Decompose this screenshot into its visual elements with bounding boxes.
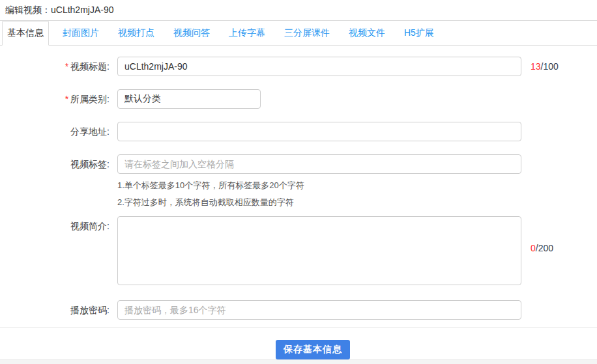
password-row: 播放密码: [0, 300, 597, 320]
password-label: 播放密码: [0, 300, 117, 320]
button-bar: 保存基本信息 [0, 328, 597, 359]
tags-row: 视频标签: [0, 154, 597, 174]
tags-hint-1: 1.单个标签最多10个字符，所有标签最多20个字符 [117, 180, 597, 190]
share-url-label: 分享地址: [0, 122, 117, 141]
tab-video-file[interactable]: 视频文件 [343, 21, 390, 45]
category-input[interactable] [117, 89, 261, 109]
video-title-input[interactable] [117, 57, 521, 76]
tags-hints: 1.单个标签最多10个字符，所有标签最多20个字符 2.字符过多时，系统将自动截… [117, 180, 597, 207]
tab-h5-extension[interactable]: H5扩展 [399, 21, 439, 45]
share-url-row: 分享地址: [0, 122, 597, 141]
tab-video-qa[interactable]: 视频问答 [168, 21, 215, 45]
tab-three-split-courseware[interactable]: 三分屏课件 [279, 21, 335, 45]
share-url-input[interactable] [117, 122, 521, 141]
bottom-band [0, 359, 597, 364]
page-title: 编辑视频：uCLth2mjJA-90 [0, 0, 597, 21]
tags-label: 视频标签: [0, 154, 117, 174]
tab-upload-subtitle[interactable]: 上传字幕 [224, 21, 270, 45]
description-row: 视频简介: 0/200 [0, 216, 597, 285]
description-char-counter: 0/200 [531, 244, 553, 253]
description-label: 视频简介: [0, 216, 117, 236]
tab-basic-info[interactable]: 基本信息 [2, 21, 49, 46]
video-title-label: *视频标题: [0, 57, 117, 76]
password-input[interactable] [117, 300, 521, 320]
tags-input[interactable] [117, 154, 521, 174]
video-title-row: *视频标题: 13/100 [0, 57, 597, 76]
basic-info-panel: *视频标题: 13/100 *所属类别: 分享地址: 视频标签: 1.单个标签最… [0, 46, 597, 320]
tags-hint-2: 2.字符过多时，系统将自动截取相应数量的字符 [117, 197, 597, 207]
save-basic-info-button[interactable]: 保存基本信息 [276, 340, 350, 359]
required-mark: * [65, 94, 68, 104]
title-char-counter: 13/100 [531, 57, 559, 76]
required-mark: * [65, 61, 68, 72]
tab-bar: 基本信息 封面图片 视频打点 视频问答 上传字幕 三分屏课件 视频文件 H5扩展 [0, 21, 597, 46]
category-row: *所属类别: [0, 89, 597, 109]
category-label: *所属类别: [0, 89, 117, 109]
tab-video-marker[interactable]: 视频打点 [113, 21, 160, 45]
description-textarea[interactable] [117, 216, 521, 285]
tab-cover-image[interactable]: 封面图片 [57, 21, 104, 45]
